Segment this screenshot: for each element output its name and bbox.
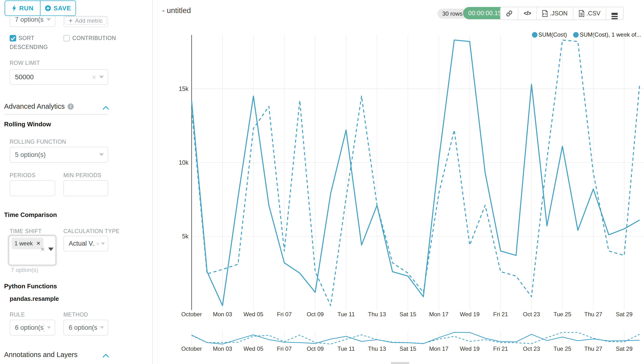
- code-icon: </>: [524, 10, 531, 17]
- mini-x-axis-tick-label: Sat 29: [616, 346, 632, 352]
- mini-x-axis-tick-label: Tue 25: [554, 346, 571, 352]
- series-line-dashed[interactable]: [192, 40, 640, 306]
- advanced-analytics-header[interactable]: Advanced Analytics i: [4, 102, 74, 110]
- time-comparison-title: Time Comparison: [4, 211, 57, 219]
- run-button[interactable]: RUN: [5, 1, 40, 16]
- mini-x-axis-tick-label: Oct 09: [306, 346, 324, 352]
- chevron-down-icon: [101, 242, 105, 245]
- time-shift-hint: 7 option(s): [11, 266, 38, 273]
- x-axis-tick-label: Mon 17: [429, 311, 448, 318]
- mini-x-axis-tick-label: Wed 05: [244, 346, 263, 352]
- x-axis-tick-label: Sat 15: [400, 311, 416, 318]
- x-axis-tick-label: Wed 05: [244, 311, 263, 318]
- mini-x-axis-tick-label: Thu 27: [584, 346, 602, 352]
- pandas-resample-label: pandas.resample: [10, 295, 59, 302]
- x-axis-tick-label: Fri 07: [277, 311, 292, 318]
- mini-x-axis-tick-label: Sat 15: [400, 346, 416, 352]
- x-axis-tick-label: Thu 13: [368, 311, 386, 318]
- page-title[interactable]: - untitled: [162, 6, 191, 15]
- calculation-type-select[interactable]: Actual V... ×: [64, 236, 108, 252]
- add-metric-button[interactable]: + Add metric: [64, 17, 107, 24]
- time-shift-label: TIME SHIFT: [10, 228, 42, 234]
- group-by-value: 7 option(s): [15, 16, 44, 24]
- x-axis-tick-label: October: [181, 311, 202, 318]
- sort-descending-checkbox-row[interactable]: SORT DESCENDING: [10, 34, 53, 52]
- export-csv-button[interactable]: .CSV: [574, 7, 606, 20]
- lightning-icon: [12, 5, 17, 12]
- x-axis-tick-label: Sat 29: [616, 311, 632, 318]
- csv-button-label: .CSV: [586, 10, 600, 17]
- mini-x-axis-tick-label: Mon 03: [213, 346, 232, 352]
- mini-series-line-dashed[interactable]: [192, 332, 640, 344]
- chart-menu-button[interactable]: [606, 7, 623, 20]
- mini-x-axis-tick-label: Oct 23: [523, 346, 540, 352]
- x-axis-tick-label: Fri 21: [493, 311, 508, 318]
- rolling-function-select[interactable]: 5 option(s): [10, 147, 108, 163]
- periods-label: PERIODS: [10, 172, 36, 179]
- min-periods-input[interactable]: [64, 180, 108, 196]
- chevron-down-icon: [100, 326, 104, 329]
- row-limit-value: 50000: [15, 73, 89, 81]
- link-icon: [506, 10, 513, 17]
- copy-link-button[interactable]: [500, 7, 518, 20]
- timeseries-chart[interactable]: 5k10k15kOctoberOctoberMon 03Mon 03Wed 05…: [169, 24, 644, 364]
- control-panel-sidebar: RUN SAVE 7 option(s) + Add metric SORT D…: [0, 0, 153, 364]
- run-button-label: RUN: [19, 4, 34, 12]
- clear-icon[interactable]: ×: [92, 73, 96, 81]
- menu-icon: [612, 13, 618, 14]
- x-axis-tick-label: Wed 19: [460, 311, 480, 318]
- contribution-checkbox-row[interactable]: CONTRIBUTION: [64, 34, 143, 43]
- clear-icon[interactable]: ×: [40, 245, 45, 253]
- x-axis-tick-label: Oct 23: [523, 311, 540, 318]
- y-axis-tick-label: 5k: [182, 233, 189, 240]
- rule-label: RULE: [10, 312, 25, 318]
- clear-icon[interactable]: ×: [96, 240, 100, 247]
- rolling-function-label: ROLLING FUNCTION: [10, 138, 66, 145]
- section-divider: [4, 114, 108, 114]
- series-line-solid[interactable]: [192, 40, 640, 306]
- mini-x-axis-tick-label: Fri 07: [277, 346, 292, 352]
- method-value: 6 option(s): [69, 324, 97, 332]
- export-json-button[interactable]: .JSON: [537, 7, 574, 20]
- mini-x-axis-tick-label: Tue 11: [338, 346, 355, 352]
- annotations-header[interactable]: Annotations and Layers: [4, 351, 78, 359]
- time-shift-tag[interactable]: 1 week ✕: [12, 238, 44, 249]
- rolling-window-title: Rolling Window: [4, 120, 51, 128]
- panel-divider: [158, 0, 158, 364]
- row-limit-label: ROW LIMIT: [10, 60, 40, 66]
- row-limit-select[interactable]: 50000 ×: [10, 69, 108, 85]
- x-axis-tick-label: Oct 09: [306, 311, 324, 318]
- chevron-up-icon[interactable]: [102, 105, 110, 111]
- x-axis-tick-label: Thu 27: [584, 311, 602, 318]
- rule-select[interactable]: 6 option(s): [10, 320, 55, 336]
- mini-series-line-solid[interactable]: [192, 332, 640, 344]
- rolling-function-value: 5 option(s): [15, 151, 96, 158]
- mini-x-axis-tick-label: October: [181, 346, 202, 352]
- method-label: METHOD: [64, 312, 88, 318]
- contribution-label: CONTRIBUTION: [72, 35, 116, 41]
- checkbox-unchecked-icon[interactable]: [64, 35, 70, 42]
- chevron-down-icon: [99, 76, 104, 78]
- time-shift-multiselect[interactable]: 1 week ✕ ×: [9, 236, 56, 265]
- bottom-overlay-handle[interactable]: [391, 362, 409, 364]
- periods-input[interactable]: [10, 180, 55, 196]
- file-json-icon: [542, 10, 548, 17]
- save-button[interactable]: SAVE: [40, 1, 76, 16]
- checkbox-checked-icon[interactable]: [10, 35, 16, 42]
- time-shift-tag-label: 1 week: [14, 240, 33, 247]
- info-icon[interactable]: i: [68, 104, 74, 110]
- mini-x-axis-tick-label: Mon 17: [429, 346, 448, 352]
- embed-code-button[interactable]: </>: [518, 7, 537, 20]
- chevron-down-icon: [46, 18, 51, 21]
- json-button-label: .JSON: [550, 10, 568, 17]
- mini-x-axis-tick-label: Fri 21: [493, 346, 508, 352]
- chevron-down-icon: [99, 153, 104, 156]
- chevron-up-icon[interactable]: [102, 353, 110, 359]
- method-select[interactable]: 6 option(s): [64, 320, 108, 336]
- remove-tag-icon[interactable]: ✕: [36, 240, 40, 246]
- calculation-type-label: CALCULATION TYPE: [64, 228, 120, 234]
- x-axis-tick-label: Tue 11: [338, 311, 355, 318]
- chart-canvas[interactable]: 5k10k15kOctoberOctoberMon 03Mon 03Wed 05…: [169, 24, 644, 364]
- export-toolbar: </> .JSON .CSV: [500, 7, 624, 20]
- y-axis-tick-label: 10k: [179, 159, 189, 166]
